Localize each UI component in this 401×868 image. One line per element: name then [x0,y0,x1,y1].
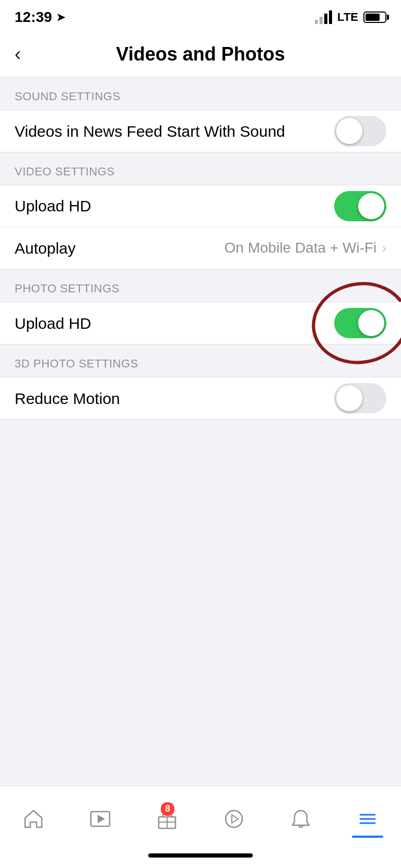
nav-item-notifications[interactable] [267,805,334,833]
autoplay-current-value: On Mobile Data + Wi-Fi [225,240,377,256]
photo-settings-items: Upload HD [0,302,401,344]
home-icon [20,805,47,833]
videos-news-feed-sound-toggle[interactable] [334,116,386,146]
upload-hd-video-row: Upload HD [0,185,401,227]
signal-bars [315,10,332,24]
upload-hd-photo-label: Upload HD [15,304,334,343]
autoplay-label: Autoplay [15,229,225,268]
sound-settings-items: Videos in News Feed Start With Sound [0,110,401,152]
svg-marker-7 [232,815,238,823]
bottom-nav: 8 [0,786,401,848]
status-time: 12:39 ➤ [15,9,65,26]
nav-item-watch[interactable] [67,805,134,833]
video-settings-items: Upload HD Autoplay On Mobile Data + Wi-F… [0,185,401,269]
settings-content: SOUND SETTINGS Videos in News Feed Start… [0,77,401,786]
home-bar [148,853,253,858]
nav-item-home[interactable] [0,805,67,833]
chevron-right-icon: › [382,240,386,256]
marketplace-badge: 8 [161,802,174,816]
reduce-motion-label: Reduce Motion [15,379,334,418]
videos-news-feed-sound-row: Videos in News Feed Start With Sound [0,110,401,152]
3d-photo-settings-section: 3D PHOTO SETTINGS Reduce Motion [0,344,401,420]
empty-area [0,420,401,576]
video-settings-label: VIDEO SETTINGS [15,165,115,178]
photo-settings-header: PHOTO SETTINGS [0,269,401,302]
reduce-motion-row: Reduce Motion [0,377,401,419]
nav-header: ‹ Videos and Photos [0,31,401,77]
videos-news-feed-sound-label: Videos in News Feed Start With Sound [15,112,334,151]
autoplay-value: On Mobile Data + Wi-Fi › [225,240,386,256]
nav-item-groups[interactable] [200,805,267,833]
sound-settings-section: SOUND SETTINGS Videos in News Feed Start… [0,77,401,152]
video-settings-header: VIDEO SETTINGS [0,152,401,185]
svg-point-6 [226,811,242,827]
location-icon: ➤ [56,11,65,23]
svg-marker-2 [98,815,105,823]
page-title: Videos and Photos [116,43,285,65]
photo-settings-section: PHOTO SETTINGS Upload HD [0,269,401,344]
3d-photo-settings-label: 3D PHOTO SETTINGS [15,357,138,370]
status-right: LTE [315,10,386,24]
video-settings-section: VIDEO SETTINGS Upload HD Autoplay On Mob… [0,152,401,269]
3d-photo-settings-items: Reduce Motion [0,377,401,420]
photo-settings-label: PHOTO SETTINGS [15,282,120,295]
upload-hd-video-toggle[interactable] [334,191,386,221]
nav-item-marketplace[interactable]: 8 [134,805,200,833]
active-indicator [352,836,383,838]
battery-indicator [363,11,386,23]
back-button[interactable]: ‹ [15,43,21,65]
upload-hd-photo-row: Upload HD [0,302,401,344]
status-bar: 12:39 ➤ LTE [0,0,401,31]
upload-hd-photo-toggle[interactable] [334,308,386,338]
menu-icon [354,805,381,833]
flag-icon [220,805,247,833]
time-label: 12:39 [15,9,52,26]
sound-settings-label: SOUND SETTINGS [15,90,121,103]
play-icon [87,805,114,833]
bell-icon [287,805,314,833]
lte-label: LTE [337,10,358,24]
upload-hd-video-label: Upload HD [15,186,334,225]
autoplay-row[interactable]: Autoplay On Mobile Data + Wi-Fi › [0,227,401,269]
reduce-motion-toggle[interactable] [334,383,386,413]
sound-settings-header: SOUND SETTINGS [0,77,401,110]
home-indicator [0,848,401,868]
nav-item-menu[interactable] [334,805,401,833]
3d-photo-settings-header: 3D PHOTO SETTINGS [0,344,401,377]
